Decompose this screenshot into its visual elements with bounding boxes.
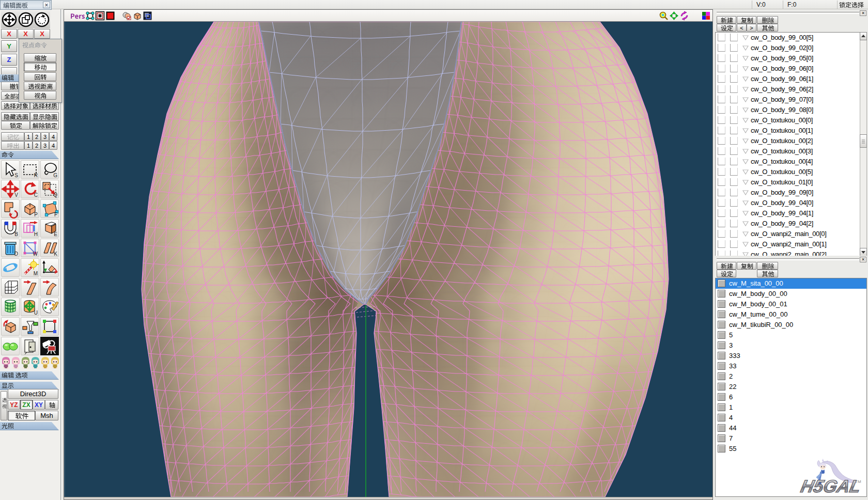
svg-text:H5GAL: H5GAL: [799, 476, 863, 496]
